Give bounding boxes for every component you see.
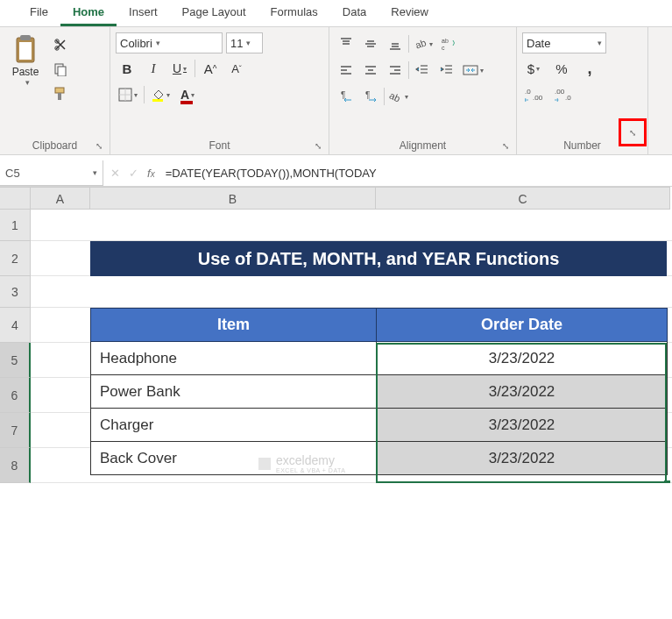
paste-button[interactable]: Paste ▾ <box>5 31 46 87</box>
svg-rect-1 <box>20 35 31 40</box>
row-header-4[interactable]: 4 <box>0 308 31 343</box>
merge-icon <box>463 63 478 77</box>
font-name-dropdown[interactable]: Colibri▾ <box>116 32 223 53</box>
number-dialog-launcher[interactable]: ⤡ <box>629 128 636 138</box>
tab-insert[interactable]: Insert <box>117 0 170 26</box>
row-header-2[interactable]: 2 <box>0 241 31 276</box>
col-header-A[interactable]: A <box>31 187 90 210</box>
tab-home[interactable]: Home <box>60 0 117 26</box>
select-all-corner[interactable] <box>0 187 31 210</box>
bold-button[interactable]: B <box>116 57 138 80</box>
increase-decimal-button[interactable]: .0.00 <box>522 83 547 106</box>
sheet-area[interactable]: Use of DATE, MONTH, and YEAR FunctionsIt… <box>31 210 672 483</box>
chevron-down-icon: ▾ <box>183 65 187 73</box>
chevron-down-icon: ▾ <box>429 40 433 48</box>
orientation-alt-button[interactable]: ab▾ <box>386 85 411 108</box>
tab-data[interactable]: Data <box>330 0 378 26</box>
percent-button[interactable]: % <box>550 57 573 80</box>
group-label-clipboard: Clipboard <box>32 139 77 152</box>
number-format-dropdown[interactable]: Date▾ <box>522 32 606 53</box>
chevron-down-icon: ▾ <box>191 91 195 99</box>
bucket-icon <box>151 88 165 102</box>
row-header-3[interactable]: 3 <box>0 276 31 308</box>
orientation-button[interactable]: ab▾ <box>411 32 435 55</box>
chevron-down-icon: ▾ <box>598 39 602 47</box>
ltr-button[interactable]: ¶ <box>359 85 382 108</box>
cell-date[interactable]: 3/23/2022 <box>377 375 668 409</box>
tab-page-layout[interactable]: Page Layout <box>170 0 258 26</box>
decrease-font-button[interactable]: Aˇ <box>225 57 248 80</box>
row-header-5[interactable]: 5 <box>0 343 31 378</box>
merge-button[interactable]: ▾ <box>460 59 486 82</box>
col-header-B[interactable]: B <box>90 187 376 210</box>
align-middle-button[interactable] <box>359 32 382 55</box>
header-item[interactable]: Item <box>91 309 377 342</box>
fill-handle[interactable] <box>664 480 670 483</box>
column-headers: ABC <box>31 187 670 210</box>
decrease-indent-button[interactable] <box>411 59 434 82</box>
cell-item[interactable]: Power Bank <box>91 375 377 409</box>
svg-rect-2 <box>19 42 32 60</box>
cell-date[interactable]: 3/23/2022 <box>377 442 668 475</box>
border-icon <box>118 88 132 102</box>
font-color-button[interactable]: A▾ <box>176 83 199 106</box>
col-header-C[interactable]: C <box>376 187 670 210</box>
paste-label: Paste <box>12 66 39 78</box>
comma-button[interactable]: , <box>578 57 601 80</box>
fx-button[interactable]: fx <box>147 167 155 180</box>
align-middle-icon <box>364 37 378 51</box>
rtl-icon: ¶ <box>339 89 353 103</box>
name-box[interactable]: C5▾ <box>0 160 103 186</box>
increase-indent-button[interactable] <box>435 59 458 82</box>
font-size-dropdown[interactable]: 11▾ <box>226 32 263 53</box>
rtl-button[interactable]: ¶ <box>335 85 357 108</box>
cut-button[interactable] <box>49 34 72 55</box>
row-header-8[interactable]: 8 <box>0 448 31 483</box>
cell-item[interactable]: Charger <box>91 409 377 442</box>
dialog-launcher-icon[interactable]: ⤡ <box>95 141 103 151</box>
decrease-decimal-button[interactable]: .00.0 <box>552 83 577 106</box>
align-right-button[interactable] <box>384 59 407 82</box>
group-label-font: Font <box>209 139 230 152</box>
ltr-icon: ¶ <box>364 89 378 103</box>
angle-icon: ab <box>389 89 403 103</box>
align-bottom-button[interactable] <box>384 32 407 55</box>
chevron-down-icon: ▾ <box>405 93 408 101</box>
ribbon-tabs: FileHomeInsertPage LayoutFormulasDataRev… <box>0 0 672 27</box>
borders-button[interactable]: ▾ <box>116 83 140 106</box>
tab-formulas[interactable]: Formulas <box>258 0 330 26</box>
row-header-1[interactable]: 1 <box>0 210 31 241</box>
format-painter-button[interactable] <box>49 83 72 104</box>
cell-date[interactable]: 3/23/2022 <box>377 409 668 442</box>
formula-input[interactable]: =DATE(YEAR(TODAY()),MONTH(TODAY <box>162 160 672 186</box>
dialog-launcher-icon[interactable]: ⤡ <box>315 141 322 151</box>
italic-button[interactable]: I <box>142 57 165 80</box>
tab-review[interactable]: Review <box>378 0 441 26</box>
cell-date[interactable]: 3/23/2022 <box>377 342 668 375</box>
row-header-6[interactable]: 6 <box>0 378 31 413</box>
align-left-button[interactable] <box>335 59 357 82</box>
header-order[interactable]: Order Date <box>377 309 668 342</box>
color-bar-icon <box>180 101 193 104</box>
underline-button[interactable]: U▾ <box>168 57 191 80</box>
copy-button[interactable] <box>49 59 72 80</box>
align-center-button[interactable] <box>359 59 382 82</box>
row-header-7[interactable]: 7 <box>0 413 31 448</box>
fill-color-button[interactable]: ▾ <box>148 83 173 106</box>
align-top-button[interactable] <box>335 32 357 55</box>
cell-item[interactable]: Back Cover <box>91 442 377 475</box>
cancel-formula-button[interactable]: ✕ <box>110 167 120 180</box>
enter-formula-button[interactable]: ✓ <box>129 167 138 180</box>
increase-font-button[interactable]: A^ <box>199 57 222 80</box>
align-bottom-icon <box>388 37 402 51</box>
currency-button[interactable]: $▾ <box>522 57 545 80</box>
dialog-launcher-icon[interactable]: ⤡ <box>502 141 509 151</box>
tab-file[interactable]: File <box>18 0 60 26</box>
chevron-down-icon: ▾ <box>166 91 170 99</box>
group-label-alignment: Alignment <box>400 139 446 152</box>
title-cell[interactable]: Use of DATE, MONTH, and YEAR Functions <box>90 241 667 276</box>
wrap-text-button[interactable]: abc <box>437 32 460 55</box>
svg-text:ab: ab <box>442 38 449 44</box>
cell-item[interactable]: Headphone <box>91 342 377 375</box>
svg-text:¶: ¶ <box>365 90 370 100</box>
